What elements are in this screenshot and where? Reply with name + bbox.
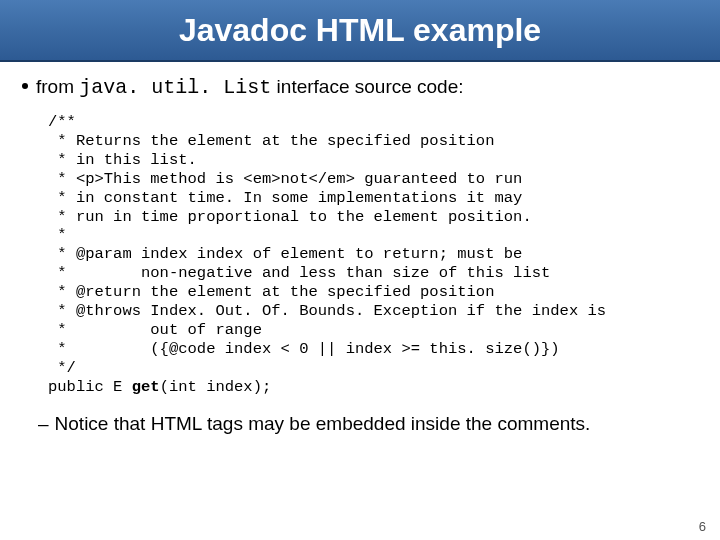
slide-title: Javadoc HTML example bbox=[179, 12, 541, 49]
code-line: * <p>This method is <em>not</em> guarant… bbox=[48, 170, 522, 188]
dash-icon: – bbox=[38, 413, 49, 434]
code-line: * @param index index of element to retur… bbox=[48, 245, 522, 263]
sub-bullet-notice: –Notice that HTML tags may be embedded i… bbox=[38, 413, 700, 435]
bullet-from-source: from java. util. List interface source c… bbox=[20, 76, 700, 99]
code-line: * @return the element at the specified p… bbox=[48, 283, 494, 301]
code-sig-post: (int index); bbox=[160, 378, 272, 396]
bullet-suffix: interface source code: bbox=[271, 76, 463, 97]
content-area: from java. util. List interface source c… bbox=[0, 62, 720, 435]
code-line: * in constant time. In some implementati… bbox=[48, 189, 522, 207]
code-sig-pre: public E bbox=[48, 378, 132, 396]
code-line: /** bbox=[48, 113, 76, 131]
sub-bullet-text: Notice that HTML tags may be embedded in… bbox=[55, 413, 591, 434]
title-bar: Javadoc HTML example bbox=[0, 0, 720, 62]
bullet-icon bbox=[22, 83, 28, 89]
code-line: * run in time proportional to the elemen… bbox=[48, 208, 532, 226]
code-line: * out of range bbox=[48, 321, 262, 339]
code-line: * non-negative and less than size of thi… bbox=[48, 264, 550, 282]
code-line: * in this list. bbox=[48, 151, 197, 169]
code-line: * bbox=[48, 226, 67, 244]
code-line: * @throws Index. Out. Of. Bounds. Except… bbox=[48, 302, 606, 320]
code-line: * ({@code index < 0 || index >= this. si… bbox=[48, 340, 560, 358]
code-line: * Returns the element at the specified p… bbox=[48, 132, 494, 150]
javadoc-code-block: /** * Returns the element at the specifi… bbox=[48, 113, 700, 397]
bullet-prefix: from bbox=[36, 76, 79, 97]
code-line: */ bbox=[48, 359, 76, 377]
page-number: 6 bbox=[699, 519, 706, 534]
code-sig-bold: get bbox=[132, 378, 160, 396]
bullet-mono: java. util. List bbox=[79, 76, 271, 99]
